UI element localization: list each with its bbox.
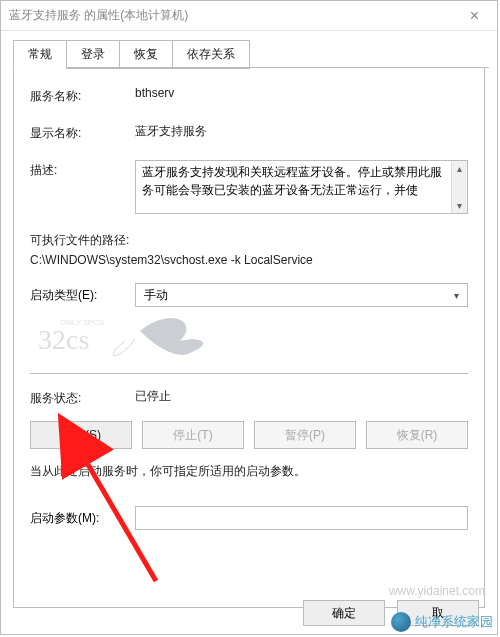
chevron-down-icon: ▾ [454, 290, 459, 301]
description-textbox[interactable]: 蓝牙服务支持发现和关联远程蓝牙设备。停止或禁用此服务可能会导致已安装的蓝牙设备无… [135, 160, 468, 214]
properties-dialog: 蓝牙支持服务 的属性(本地计算机) × 常规 登录 恢复 依存关系 服务名称: … [0, 0, 498, 635]
watermark-url: www.yidainet.com [389, 584, 485, 598]
resume-button: 恢复(R) [366, 421, 468, 449]
tab-dependencies[interactable]: 依存关系 [172, 40, 250, 69]
svg-text:ONLY 3PCS: ONLY 3PCS [60, 318, 104, 327]
titlebar: 蓝牙支持服务 的属性(本地计算机) × [1, 1, 497, 31]
decorative-watermark: 32cs ONLY 3PCS [30, 311, 468, 367]
start-hint-text: 当从此处启动服务时，你可指定所适用的启动参数。 [30, 463, 468, 480]
tabstrip: 常规 登录 恢复 依存关系 [13, 39, 489, 68]
scroll-up-icon[interactable]: ▴ [457, 161, 462, 176]
value-description: 蓝牙服务支持发现和关联远程蓝牙设备。停止或禁用此服务可能会导致已安装的蓝牙设备无… [142, 163, 461, 199]
label-startup-type: 启动类型(E): [30, 287, 135, 304]
tab-recovery[interactable]: 恢复 [119, 40, 173, 69]
stop-button: 停止(T) [142, 421, 244, 449]
corner-watermark: 纯净系统家园 [391, 612, 493, 632]
label-display-name: 显示名称: [30, 123, 135, 142]
pause-button: 暂停(P) [254, 421, 356, 449]
tab-logon[interactable]: 登录 [66, 40, 120, 69]
label-start-param: 启动参数(M): [30, 510, 135, 527]
tab-general[interactable]: 常规 [13, 40, 67, 69]
watermark-text: 纯净系统家园 [415, 613, 493, 631]
startup-type-value: 手动 [144, 287, 168, 304]
startup-type-select[interactable]: 手动 ▾ [135, 283, 468, 307]
general-panel: 服务名称: bthserv 显示名称: 蓝牙支持服务 描述: 蓝牙服务支持发现和… [13, 68, 485, 608]
svg-text:32cs: 32cs [38, 324, 89, 355]
start-param-input[interactable] [135, 506, 468, 530]
divider [30, 373, 468, 374]
value-display-name: 蓝牙支持服务 [135, 123, 468, 140]
label-description: 描述: [30, 160, 135, 179]
close-icon[interactable]: × [460, 7, 489, 25]
label-service-status: 服务状态: [30, 388, 135, 407]
scroll-down-icon[interactable]: ▾ [457, 198, 462, 213]
label-exe-path: 可执行文件的路径: [30, 232, 468, 249]
watermark-logo-icon [391, 612, 411, 632]
ok-button[interactable]: 确定 [303, 600, 385, 626]
label-service-name: 服务名称: [30, 86, 135, 105]
value-service-name: bthserv [135, 86, 468, 100]
value-service-status: 已停止 [135, 388, 468, 405]
value-exe-path: C:\WINDOWS\system32\svchost.exe -k Local… [30, 253, 468, 267]
start-button[interactable]: 启动(S) [30, 421, 132, 449]
window-title: 蓝牙支持服务 的属性(本地计算机) [9, 7, 188, 24]
description-scrollbar[interactable]: ▴ ▾ [451, 161, 467, 213]
